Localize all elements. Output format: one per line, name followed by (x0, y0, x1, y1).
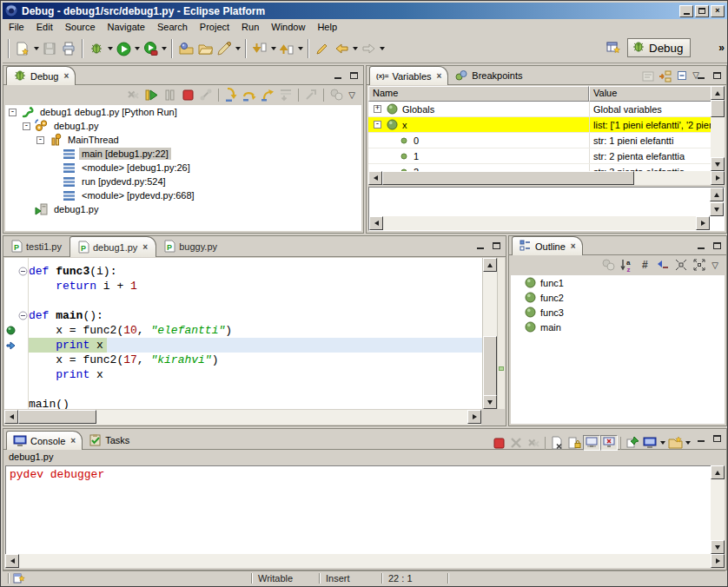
sort-alpha-button[interactable]: az (618, 257, 635, 273)
fast-view-icon[interactable] (13, 572, 27, 586)
dropdown-arrow-icon[interactable] (351, 38, 359, 59)
minimize-view-button[interactable] (473, 239, 488, 253)
expander-icon[interactable]: - (374, 121, 381, 129)
open-perspective-button[interactable] (605, 40, 622, 56)
dropdown-arrow-icon[interactable] (378, 38, 386, 59)
clear-console-button[interactable] (548, 435, 566, 451)
step-over-button[interactable] (241, 87, 258, 102)
tree-item[interactable]: debug1.py (5, 202, 361, 216)
overview-ruler[interactable] (497, 258, 505, 409)
show-stderr-button[interactable] (600, 435, 618, 451)
editor-horizontal-scrollbar[interactable] (4, 410, 481, 425)
menu-window[interactable]: Window (265, 20, 311, 34)
run-button[interactable] (114, 38, 133, 59)
pin-console-button[interactable] (624, 435, 641, 451)
variable-row[interactable]: 1str: 2 pienta elefanttia (368, 148, 725, 164)
disconnect-button[interactable] (197, 87, 215, 102)
tree-item[interactable]: -MainThread (5, 133, 361, 147)
code-line[interactable]: print x (29, 338, 482, 353)
ruler-cell[interactable] (4, 367, 17, 382)
tree-item[interactable]: <module> [debug1.py:26] (5, 161, 361, 175)
ruler-cell[interactable] (4, 308, 17, 323)
filter-button[interactable] (599, 257, 617, 273)
external-tools-button[interactable] (141, 38, 160, 59)
scrollbar-thumb[interactable] (483, 336, 497, 397)
logical-structure-button[interactable] (657, 69, 674, 84)
title-bar[interactable]: Debug - debug1/src/debug1.py - Eclipse P… (3, 3, 727, 19)
ruler-cell[interactable] (4, 264, 17, 279)
prev-annotation-button[interactable] (277, 38, 296, 59)
filter-button[interactable] (328, 87, 345, 102)
column-header-value[interactable]: Value (589, 86, 725, 102)
tree-item[interactable]: run [pydevd.py:524] (5, 175, 361, 188)
scroll-up-icon[interactable] (710, 188, 724, 201)
menu-navigate[interactable]: Navigate (102, 20, 151, 34)
dropdown-arrow-icon[interactable] (106, 38, 114, 59)
expander-icon[interactable]: - (36, 136, 44, 144)
menu-project[interactable]: Project (194, 20, 235, 34)
fold-cell[interactable] (17, 279, 28, 294)
last-edit-button[interactable] (313, 38, 332, 59)
maximize-view-button[interactable] (709, 69, 725, 82)
scroll-left-icon[interactable] (4, 410, 18, 424)
display-console-button[interactable] (641, 435, 659, 451)
outline-item-func1[interactable]: func1 (511, 275, 725, 290)
step-into-button[interactable] (222, 87, 240, 102)
column-header-name[interactable]: Name (368, 86, 589, 102)
code-line[interactable]: def func3(i): (29, 264, 482, 279)
menu-file[interactable]: File (3, 20, 30, 34)
variables-horizontal-scrollbar[interactable] (368, 171, 725, 185)
scroll-lock-button[interactable] (566, 435, 583, 451)
detail-horizontal-scrollbar[interactable] (369, 216, 710, 230)
scroll-down-icon[interactable] (710, 202, 724, 216)
editor-tab-debug1-py[interactable]: Pdebug1.py× (69, 236, 156, 257)
forward-button[interactable] (359, 38, 378, 59)
outline-item-func3[interactable]: func3 (511, 305, 725, 320)
terminate-button[interactable] (490, 435, 507, 451)
minimize-view-button[interactable] (693, 69, 709, 82)
tree-item[interactable]: <module> [pydevd.py:668] (5, 188, 361, 202)
variable-row[interactable]: +GlobalsGlobal variables (368, 102, 725, 117)
ruler-cell[interactable] (4, 353, 17, 367)
variable-detail-pane[interactable] (368, 187, 725, 231)
remove-terminated-button[interactable] (525, 435, 542, 451)
step-return-button[interactable] (259, 87, 276, 102)
minimize-view-button[interactable] (693, 239, 709, 253)
maximize-view-button[interactable] (709, 432, 725, 445)
step-filters-button[interactable] (302, 87, 320, 102)
tab-outline[interactable]: Outline × (512, 236, 583, 255)
scroll-left-icon[interactable] (368, 171, 382, 185)
scrollbar-thumb[interactable] (18, 410, 96, 424)
scroll-left-icon[interactable] (5, 554, 19, 568)
menu-search[interactable]: Search (151, 20, 194, 34)
view-menu-chevron[interactable]: ▽ (346, 90, 358, 100)
expander-icon[interactable]: + (374, 105, 381, 113)
menu-run[interactable]: Run (235, 20, 265, 34)
expander-icon[interactable]: - (9, 109, 17, 116)
scroll-down-icon[interactable] (483, 395, 497, 409)
view-menu-chevron[interactable]: ▽ (709, 261, 721, 270)
detail-vertical-scrollbar[interactable] (710, 188, 724, 216)
ruler-cell[interactable] (4, 323, 17, 338)
editor-tab-testi1-py[interactable]: Ptesti1.py (3, 236, 69, 256)
annotation-ruler[interactable] (4, 258, 17, 409)
back-button[interactable] (332, 38, 351, 59)
suspend-button[interactable] (161, 87, 178, 102)
save-button[interactable] (40, 38, 59, 59)
tab-tasks[interactable]: Tasks (83, 431, 136, 449)
close-tab-icon[interactable]: × (70, 436, 76, 445)
drop-to-frame-button[interactable] (277, 87, 295, 102)
code-editor[interactable]: def func3(i): return i + 1def main(): x … (4, 258, 505, 409)
ruler-cell[interactable] (4, 338, 17, 353)
show-types-button[interactable] (639, 69, 657, 84)
debug-button[interactable] (87, 38, 106, 59)
editor-tab-buggy-py[interactable]: Pbuggy.py (156, 236, 225, 256)
scroll-up-icon[interactable] (711, 465, 725, 479)
fold-cell[interactable] (17, 294, 28, 308)
fold-cell[interactable] (17, 367, 28, 382)
variable-row[interactable]: -xlist: ['1 pieni elefantti', '2 pien (368, 117, 725, 133)
scroll-up-icon[interactable] (711, 86, 725, 100)
show-stdout-button[interactable] (583, 435, 600, 451)
fold-cell[interactable] (17, 353, 28, 367)
close-tab-icon[interactable]: × (142, 242, 148, 252)
